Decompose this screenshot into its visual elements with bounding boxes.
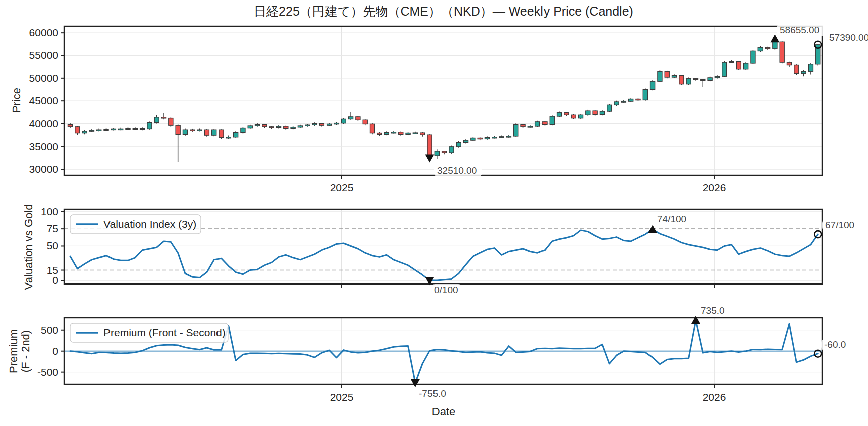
valuation-y-axis-label: Valuation vs Gold [22, 204, 35, 290]
candle-body [435, 151, 439, 156]
candle-body [349, 117, 353, 119]
candle-body [119, 129, 123, 130]
figure-canvas: 3000035000400004500050000550006000001550… [0, 0, 868, 426]
panel-1-ytick-label: 0 [52, 274, 58, 286]
price-low-annotation: 32510.00 [434, 164, 482, 177]
premium-xtick-2025: 2025 [330, 391, 354, 403]
valuation-legend-label: Valuation Index (3y) [103, 218, 196, 230]
candle-body [169, 118, 173, 126]
panel-0-ytick-label: 30000 [29, 163, 58, 175]
valuation-legend: Valuation Index (3y) [70, 215, 201, 234]
premium-legend-label: Premium (Front - Second) [103, 327, 226, 338]
candle-body [241, 128, 245, 133]
triangle-down-marker [411, 379, 420, 387]
candle-body [420, 133, 425, 135]
candle-body [557, 113, 562, 116]
candle-body [97, 130, 101, 131]
candle-body [327, 124, 332, 125]
valuation-min-annotation: 0/100 [431, 284, 462, 296]
candle-body [744, 63, 748, 69]
panel-0-ytick-label: 40000 [29, 118, 58, 129]
candle-body [133, 128, 137, 129]
price-high-label: 58655.00 [780, 25, 819, 35]
candle-body [514, 124, 518, 136]
candle-body [140, 128, 145, 129]
candle-body [312, 124, 317, 125]
price-last-label: 57390.00 [829, 32, 868, 43]
figure-title: 日経225（円建て）先物（CME）（NKD）— Weekly Price (Ca… [254, 4, 633, 18]
panel-1-ytick-label: 100 [41, 206, 58, 217]
premium-last-label: -60.0 [824, 339, 846, 350]
candle-body [478, 138, 482, 139]
candle-body [693, 79, 698, 80]
premium-max-annotation: 735.0 [698, 305, 727, 317]
candle-body [607, 105, 612, 111]
candle-body [111, 129, 116, 130]
panel-0-ytick-label: 60000 [29, 27, 58, 38]
candle-body [780, 42, 784, 62]
premium-y-axis-label-line2: (F - 2nd) [19, 330, 32, 372]
triangle-up-marker [691, 316, 700, 324]
candle-body [406, 133, 410, 135]
candle-body [126, 128, 130, 129]
panel-0-ytick-label: 45000 [29, 95, 58, 106]
panel-2-ytick-label: 500 [41, 324, 58, 336]
candle-body [363, 120, 367, 124]
candle-body [176, 125, 180, 134]
extreme-markers [411, 34, 821, 387]
candle-body [629, 99, 633, 102]
candle-body [672, 75, 677, 77]
candle-body [550, 116, 554, 124]
candle-body [291, 127, 295, 129]
valuation-line-series [70, 230, 818, 281]
panel-1-ytick-label: 15 [47, 264, 58, 276]
candle-body [787, 62, 792, 65]
candle-body [370, 124, 375, 133]
candle-body [586, 111, 590, 115]
candle-body [456, 143, 461, 147]
candle-body [226, 137, 231, 138]
price-high-annotation: 58655.00 [777, 24, 825, 36]
price-y-axis-label: Price [10, 88, 23, 113]
panel-2-ytick-label: 0 [52, 345, 58, 357]
candle-body [715, 76, 719, 78]
candle-body [284, 126, 288, 129]
panel-0-ytick-label: 55000 [29, 49, 58, 61]
candle-body [356, 117, 360, 120]
candle-body [204, 130, 209, 135]
candle-body [808, 64, 813, 72]
candle-body [535, 122, 540, 126]
candle-body [600, 111, 604, 114]
candle-body [528, 126, 532, 127]
valuation-max-label: 74/100 [657, 214, 686, 224]
candle-body [614, 102, 619, 105]
candle-body [147, 123, 152, 129]
candle-body [305, 125, 310, 126]
price-xtick-2026: 2026 [703, 182, 726, 193]
valuation-min-label: 0/100 [434, 285, 458, 295]
premium-last-annotation: -60.0 [821, 339, 851, 351]
premium-y-axis-label-line1: Premium [7, 329, 20, 373]
candle-body [234, 133, 238, 137]
candle-body [464, 140, 468, 143]
panel-1-ytick-label: 50 [47, 240, 58, 251]
triangle-up-marker [770, 34, 779, 42]
premium-min-label: -755.0 [419, 388, 446, 399]
candle-body [262, 124, 267, 127]
price-xtick-2025: 2025 [330, 182, 354, 193]
candle-body [485, 138, 489, 139]
premium-legend: Premium (Front - Second) [70, 323, 228, 342]
candlestick-series [68, 39, 820, 162]
valuation-max-annotation: 74/100 [654, 213, 689, 225]
candle-body [729, 61, 734, 62]
valuation-last-label: 67/100 [825, 220, 854, 230]
price-low-label: 32510.00 [437, 165, 477, 176]
candle-body [197, 130, 202, 131]
panel-0-ytick-label: 35000 [29, 140, 58, 152]
candle-body [319, 124, 324, 126]
candle-body [801, 71, 806, 74]
candle-body [471, 138, 475, 141]
candle-body [542, 122, 547, 124]
candle-body [75, 127, 80, 133]
candle-body [89, 130, 94, 131]
